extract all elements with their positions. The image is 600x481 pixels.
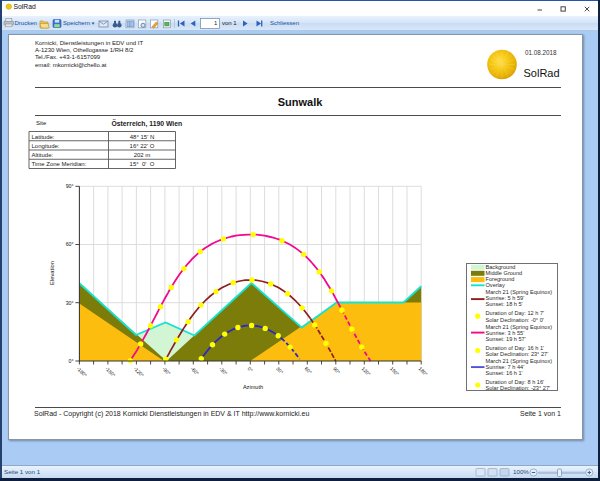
svg-text:-120°: -120° xyxy=(133,366,145,378)
svg-text:0°: 0° xyxy=(69,358,74,364)
svg-text:-180°: -180° xyxy=(76,366,88,378)
svg-text:30°: 30° xyxy=(66,300,74,306)
svg-text:60°: 60° xyxy=(66,241,74,247)
svg-text:120°: 120° xyxy=(361,366,372,377)
svg-text:Azimuth: Azimuth xyxy=(243,384,263,390)
svg-text:90°: 90° xyxy=(332,366,341,375)
svg-text:-90°: -90° xyxy=(161,366,171,376)
svg-text:-150°: -150° xyxy=(104,366,116,378)
svg-text:30°: 30° xyxy=(275,366,284,375)
svg-text:60°: 60° xyxy=(304,366,313,375)
svg-text:90°: 90° xyxy=(66,183,74,189)
svg-text:180°: 180° xyxy=(418,366,429,377)
svg-text:Elevation: Elevation xyxy=(49,261,55,285)
svg-text:-60°: -60° xyxy=(190,366,200,376)
svg-text:0°: 0° xyxy=(247,366,254,373)
svg-text:150°: 150° xyxy=(389,366,400,377)
svg-text:-30°: -30° xyxy=(218,366,228,376)
